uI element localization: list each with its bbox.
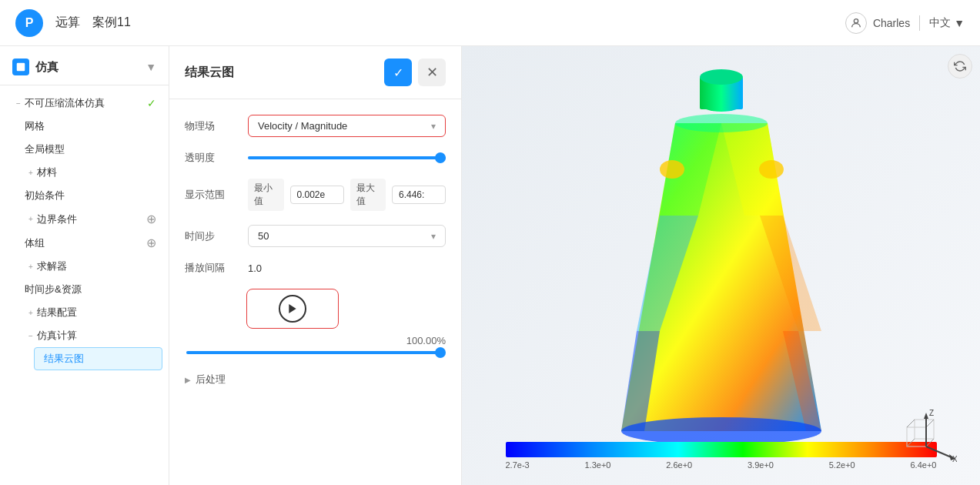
header-left: P 远算 案例11 [15, 9, 131, 37]
main-layout: 仿真 ▼ − 不可压缩流体仿真 ✓ 网格 全局模型 + 材料 初始条件 + 边界… [0, 46, 980, 485]
progress-thumb[interactable] [435, 347, 446, 358]
sidebar-item-result-cloud[interactable]: 结果云图 [34, 347, 162, 370]
sidebar-item-time-resource[interactable]: 时间步&资源 [0, 278, 169, 301]
expand-icon[interactable]: + [25, 213, 37, 226]
user-icon [845, 12, 867, 34]
min-value-input[interactable] [290, 186, 344, 204]
expand-icon[interactable]: − [25, 329, 37, 342]
max-value-input[interactable] [392, 186, 446, 204]
svg-line-26 [926, 447, 953, 458]
sidebar-item-sim-calc[interactable]: − 仿真计算 [0, 324, 169, 347]
sidebar-item-boundary-cond[interactable]: + 边界条件 ⊕ [0, 207, 169, 231]
timestep-label: 时间步 [185, 229, 239, 243]
lang-chevron-icon: ▼ [954, 17, 965, 29]
play-button[interactable] [246, 289, 339, 329]
sidebar-item-label: 不可压缩流体仿真 [25, 96, 147, 110]
sidebar-item-initial-cond[interactable]: 初始条件 [0, 184, 169, 207]
confirm-button[interactable]: ✓ [384, 59, 412, 86]
chevron-down-icon: ▾ [431, 231, 436, 242]
sidebar-item-global-model[interactable]: 全局模型 [0, 138, 169, 161]
sidebar-chevron-icon[interactable]: ▼ [145, 61, 156, 73]
sidebar-item-solver[interactable]: + 求解器 [0, 255, 169, 278]
sidebar-title-label: 仿真 [35, 60, 59, 75]
panel: 结果云图 ✓ ✕ 物理场 Velocity / Magnitude ▾ [169, 46, 462, 485]
physics-field-row: 物理场 Velocity / Magnitude ▾ [185, 115, 446, 137]
app-name: 远算 [55, 15, 80, 31]
slider-thumb[interactable] [435, 152, 446, 163]
user-section: Charles [845, 12, 910, 34]
progress-slider[interactable] [185, 351, 446, 354]
sidebar-item-label: 边界条件 [37, 212, 146, 226]
post-section: ▶ 后处理 [185, 370, 446, 390]
svg-point-13 [660, 160, 684, 179]
add-icon[interactable]: ⊕ [146, 236, 156, 250]
sidebar-item-mesh[interactable]: 网格 [0, 115, 169, 138]
expand-icon[interactable]: − [12, 97, 25, 109]
progress-track [186, 351, 444, 354]
svg-line-19 [907, 420, 915, 427]
slider-track [248, 156, 446, 159]
colorbar-label-1: 1.3e+0 [585, 460, 611, 470]
min-label: 最小值 [248, 179, 284, 211]
sidebar-item-label: 全局模型 [25, 142, 156, 156]
colorbar-label-2: 2.6e+0 [666, 460, 692, 470]
svg-point-16 [675, 114, 768, 132]
colorbar-label-3: 3.9e+0 [748, 460, 774, 470]
progress-fill [186, 351, 444, 354]
post-chevron-icon: ▶ [185, 376, 191, 384]
header: P 远算 案例11 Charles 中文 ▼ [0, 0, 980, 46]
expand-icon[interactable]: + [25, 260, 37, 273]
range-inputs: 最小值 最大值 [248, 179, 446, 211]
sidebar-item-label: 初始条件 [25, 189, 156, 202]
sidebar: 仿真 ▼ − 不可压缩流体仿真 ✓ 网格 全局模型 + 材料 初始条件 + 边界… [0, 46, 169, 485]
close-icon: ✕ [426, 64, 438, 81]
timestep-select[interactable]: 50 ▾ [248, 225, 446, 247]
header-divider [919, 15, 920, 31]
post-label: 后处理 [196, 373, 226, 386]
expand-icon[interactable]: + [25, 166, 37, 179]
add-icon[interactable]: ⊕ [146, 212, 156, 226]
svg-point-5 [700, 69, 743, 85]
header-right: Charles 中文 ▼ [845, 12, 965, 34]
lang-label: 中文 [929, 16, 951, 30]
transparency-row: 透明度 [185, 151, 446, 165]
sidebar-item-material[interactable]: + 材料 [0, 161, 169, 184]
transparency-slider[interactable] [248, 156, 446, 159]
logo-icon: P [15, 9, 43, 37]
sidebar-item-label: 网格 [25, 119, 156, 133]
sidebar-item-body-group[interactable]: 体组 ⊕ [0, 231, 169, 255]
colorbar-label-4: 5.2e+0 [829, 460, 855, 470]
content-area: 结果云图 ✓ ✕ 物理场 Velocity / Magnitude ▾ [169, 46, 980, 485]
physics-value: Velocity / Magnitude [258, 120, 347, 132]
svg-line-21 [926, 439, 934, 447]
check-icon: ✓ [393, 65, 403, 80]
svg-text:X: X [952, 455, 957, 462]
transparency-label: 透明度 [185, 151, 239, 165]
sidebar-header: 仿真 ▼ [0, 55, 169, 85]
viewport: 2.7e-3 1.3e+0 2.6e+0 3.9e+0 5.2e+0 6.4e+… [462, 46, 980, 485]
lang-selector[interactable]: 中文 ▼ [929, 16, 965, 30]
sidebar-item-result-config[interactable]: + 结果配置 [0, 301, 169, 324]
panel-actions: ✓ ✕ [384, 59, 446, 86]
post-header[interactable]: ▶ 后处理 [185, 370, 446, 390]
expand-icon[interactable]: + [25, 306, 37, 319]
check-icon: ✓ [147, 97, 156, 109]
close-button[interactable]: ✕ [418, 59, 446, 86]
case-name: 案例11 [92, 15, 131, 31]
sidebar-cube-icon [12, 59, 29, 75]
svg-point-15 [621, 417, 821, 445]
reload-button[interactable] [948, 54, 972, 79]
svg-line-22 [907, 439, 915, 447]
cone-visualization [598, 62, 845, 447]
physics-select[interactable]: Velocity / Magnitude ▾ [248, 115, 446, 137]
timestep-value: 50 [258, 230, 269, 242]
sidebar-item-label: 时间步&资源 [25, 283, 156, 296]
interval-row: 播放间隔 1.0 [185, 261, 446, 275]
interval-value: 1.0 [248, 263, 262, 274]
sidebar-item-label: 体组 [25, 236, 146, 250]
play-icon [279, 295, 306, 323]
colorbar-canvas [506, 442, 937, 457]
sidebar-item-label: 材料 [37, 166, 156, 179]
sidebar-item-incompressible[interactable]: − 不可压缩流体仿真 ✓ [0, 92, 169, 115]
svg-line-20 [926, 420, 934, 427]
